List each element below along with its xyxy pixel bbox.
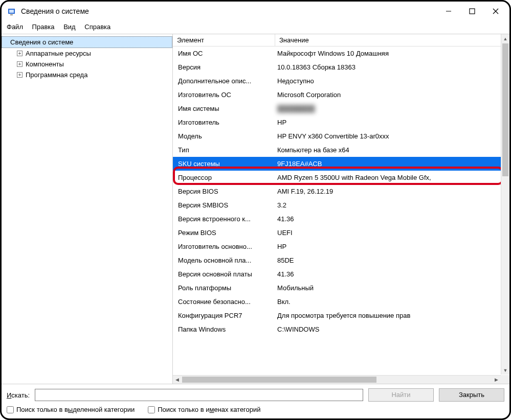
find-button[interactable]: Найти [368, 388, 434, 402]
row-key: Версия BIOS [173, 184, 275, 198]
list-row[interactable]: Конфигурация PCR7Для просмотра требуется… [173, 309, 501, 322]
row-key: Конфигурация PCR7 [173, 309, 275, 322]
row-key: Имя ОС [173, 46, 275, 60]
title-bar: Сведения о системе [2, 2, 509, 21]
search-bar: Искать: Найти Закрыть [2, 384, 509, 405]
details-list[interactable]: Элемент Значение Имя ОСМайкрософт Window… [173, 34, 509, 384]
row-value: 9FJ18EA#ACB [275, 157, 501, 171]
expand-icon[interactable]: + [17, 61, 23, 67]
row-key: Версия встроенного к... [173, 212, 275, 226]
row-value: Microsoft Corporation [275, 88, 501, 102]
window-title: Сведения о системе [21, 7, 437, 15]
close-button[interactable] [484, 4, 507, 19]
row-key: Имя системы [173, 102, 275, 115]
row-key: Процессор [173, 171, 275, 184]
scroll-corner [501, 375, 509, 384]
check-selected-category[interactable]: Поиск только в выделенной категории [7, 406, 135, 413]
row-value: AMD Ryzen 5 3500U with Radeon Vega Mobil… [275, 171, 501, 184]
app-icon [8, 7, 17, 16]
menu-bar: Файл Правка Вид Справка [2, 21, 509, 34]
svg-rect-1 [9, 10, 14, 13]
row-key: Версия основной платы [173, 267, 275, 281]
tree-item-label: Программная среда [26, 71, 87, 79]
vertical-scrollbar[interactable]: ▲ ▼ [501, 34, 509, 375]
list-row[interactable]: SKU системы9FJ18EA#ACB [173, 157, 501, 171]
list-row[interactable]: Роль платформыМобильный [173, 281, 501, 295]
scroll-down-icon[interactable]: ▼ [501, 366, 509, 375]
list-row[interactable]: Папка WindowsC:\WINDOWS [173, 322, 501, 336]
row-value: Майкрософт Windows 10 Домашняя [275, 46, 501, 60]
check-category-names[interactable]: Поиск только в именах категорий [148, 406, 260, 413]
minimize-button[interactable] [437, 4, 460, 19]
row-value: HP ENVY x360 Convertible 13-ar0xxx [275, 129, 501, 143]
svg-rect-2 [10, 14, 13, 15]
list-row[interactable]: Изготовитель ОСMicrosoft Corporation [173, 88, 501, 102]
row-key: Режим BIOS [173, 226, 275, 240]
tree-root[interactable]: Сведения о системе [2, 36, 172, 48]
row-value: Недоступно [275, 74, 501, 88]
row-value: 41.36 [275, 267, 501, 281]
list-row[interactable]: МодельHP ENVY x360 Convertible 13-ar0xxx [173, 129, 501, 143]
row-value: 3.2 [275, 198, 501, 212]
maximize-button[interactable] [460, 4, 484, 19]
list-row[interactable]: Версия основной платы41.36 [173, 267, 501, 281]
search-label: Искать: [7, 391, 30, 399]
row-value: 10.0.18363 Сборка 18363 [275, 60, 501, 74]
list-row[interactable]: Версия10.0.18363 Сборка 18363 [173, 60, 501, 74]
scroll-left-icon[interactable]: ◀ [173, 376, 182, 384]
scroll-up-icon[interactable]: ▲ [501, 34, 509, 43]
expand-icon[interactable]: + [17, 51, 23, 56]
row-key: Изготовитель [173, 115, 275, 129]
menu-file[interactable]: Файл [7, 23, 23, 31]
column-value[interactable]: Значение [275, 34, 509, 46]
tree-item[interactable]: +Программная среда [2, 69, 172, 80]
row-key: Изготовитель ОС [173, 88, 275, 102]
row-key: Состояние безопасно... [173, 295, 275, 309]
list-row[interactable]: Режим BIOSUEFI [173, 226, 501, 240]
checkbox-category-names[interactable] [148, 406, 155, 413]
search-options: Поиск только в выделенной категории Поис… [2, 405, 509, 418]
tree-item-label: Аппаратные ресурсы [26, 50, 91, 57]
row-value: HP [275, 240, 501, 253]
tree-item[interactable]: +Компоненты [2, 59, 172, 69]
list-row[interactable]: ТипКомпьютер на базе x64 [173, 143, 501, 157]
checkbox-selected-category[interactable] [7, 406, 14, 413]
list-row[interactable]: Состояние безопасно...Вкл. [173, 295, 501, 309]
row-key: Тип [173, 143, 275, 157]
list-header: Элемент Значение [173, 34, 509, 46]
list-row[interactable]: Дополнительное опис...Недоступно [173, 74, 501, 88]
search-input[interactable] [35, 389, 363, 401]
category-tree[interactable]: Сведения о системе +Аппаратные ресурсы+К… [2, 34, 173, 384]
row-key: SKU системы [173, 157, 275, 171]
list-row[interactable]: Имя ОСМайкрософт Windows 10 Домашняя [173, 46, 501, 60]
tree-item[interactable]: +Аппаратные ресурсы [2, 48, 172, 59]
scroll-right-icon[interactable]: ▶ [492, 376, 501, 384]
scroll-thumb[interactable] [182, 377, 376, 383]
menu-edit[interactable]: Правка [32, 23, 55, 31]
row-value: Мобильный [275, 281, 501, 295]
horizontal-scrollbar[interactable]: ◀ ▶ [173, 375, 501, 384]
close-search-button[interactable]: Закрыть [439, 388, 504, 402]
row-key: Версия [173, 60, 275, 74]
row-key: Дополнительное опис... [173, 74, 275, 88]
list-row[interactable]: Версия SMBIOS3.2 [173, 198, 501, 212]
menu-view[interactable]: Вид [63, 23, 76, 31]
list-row[interactable]: ИзготовительHP [173, 115, 501, 129]
row-value: UEFI [275, 226, 501, 240]
row-value: ████████ [275, 102, 501, 115]
row-value: AMI F.19, 26.12.19 [275, 184, 501, 198]
list-row[interactable]: Изготовитель основно...HP [173, 240, 501, 253]
menu-help[interactable]: Справка [84, 23, 110, 31]
row-key: Версия SMBIOS [173, 198, 275, 212]
list-row[interactable]: Имя системы████████ [173, 102, 501, 115]
list-row[interactable]: ПроцессорAMD Ryzen 5 3500U with Radeon V… [173, 171, 501, 184]
expand-icon[interactable]: + [17, 72, 23, 78]
row-key: Модель [173, 129, 275, 143]
list-row[interactable]: Модель основной пла...85DE [173, 253, 501, 267]
row-value: Вкл. [275, 295, 501, 309]
row-value: Компьютер на базе x64 [275, 143, 501, 157]
column-element[interactable]: Элемент [173, 34, 275, 46]
scroll-thumb[interactable] [502, 43, 508, 176]
list-row[interactable]: Версия BIOSAMI F.19, 26.12.19 [173, 184, 501, 198]
list-row[interactable]: Версия встроенного к...41.36 [173, 212, 501, 226]
